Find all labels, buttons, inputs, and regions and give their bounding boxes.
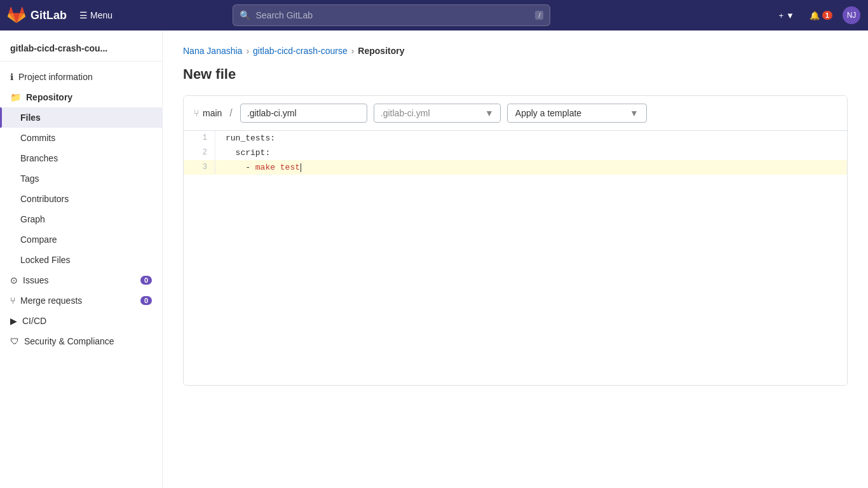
page-title: New file xyxy=(183,66,848,83)
info-icon: ℹ xyxy=(10,72,13,82)
template-select-chevron: ▼ xyxy=(485,108,494,118)
hamburger-menu[interactable]: ☰ Menu xyxy=(74,8,118,23)
merge-icon: ⑂ xyxy=(10,295,15,306)
branch-indicator: ⑂ main xyxy=(194,108,222,118)
folder-icon: 📁 xyxy=(10,92,21,102)
merge-requests-badge: 0 xyxy=(140,296,152,305)
sidebar-item-merge-requests[interactable]: ⑂ Merge requests 0 xyxy=(0,290,162,311)
shield-icon: 🛡 xyxy=(10,336,19,346)
cicd-icon: ▶ xyxy=(10,316,17,326)
breadcrumb-sep-1: › xyxy=(246,46,249,56)
bell-icon: 🔔 xyxy=(810,11,820,20)
breadcrumb-project[interactable]: gitlab-cicd-crash-course xyxy=(253,46,348,56)
hamburger-icon: ☰ xyxy=(79,10,88,20)
sidebar-item-locked-files[interactable]: Locked Files xyxy=(0,250,162,270)
sidebar-item-commits[interactable]: Commits xyxy=(0,128,162,148)
create-new-button[interactable]: + ▼ xyxy=(773,8,799,23)
gitlab-wordmark: GitLab xyxy=(31,9,67,22)
apply-template-button[interactable]: Apply a template ▼ xyxy=(507,104,647,123)
template-select[interactable]: .gitlab-ci.yml ▼ xyxy=(374,104,501,123)
sidebar-item-graph[interactable]: Graph xyxy=(0,209,162,229)
path-separator: / xyxy=(228,107,233,119)
sidebar-item-files[interactable]: Files xyxy=(0,107,162,128)
sidebar-item-cicd[interactable]: ▶ CI/CD xyxy=(0,311,162,331)
sidebar-item-compare[interactable]: Compare xyxy=(0,229,162,250)
sidebar-item-contributors[interactable]: Contributors xyxy=(0,189,162,209)
line-content-1: run_tests: xyxy=(215,131,847,146)
filename-input[interactable] xyxy=(240,104,367,123)
code-line-2: 2 script: xyxy=(184,146,847,160)
breadcrumb-sep-2: › xyxy=(351,46,355,56)
apply-template-chevron: ▼ xyxy=(630,108,639,118)
template-select-value: .gitlab-ci.yml xyxy=(381,108,430,118)
plus-icon: + xyxy=(778,11,783,20)
branch-name: main xyxy=(203,108,222,118)
search-input[interactable] xyxy=(255,10,530,20)
gitlab-logo[interactable]: GitLab xyxy=(8,6,67,24)
kbd-hint: / xyxy=(535,11,543,20)
sidebar-item-branches[interactable]: Branches xyxy=(0,148,162,168)
code-editor[interactable]: 1 run_tests: 2 script: 3 - make test xyxy=(184,131,847,385)
topnav-right-actions: + ▼ 🔔 1 NJ xyxy=(773,6,860,24)
code-line-1: 1 run_tests: xyxy=(184,131,847,146)
chevron-down-icon: ▼ xyxy=(786,11,794,20)
sidebar-item-repository[interactable]: 📁 Repository xyxy=(0,87,162,107)
text-cursor xyxy=(301,163,301,172)
breadcrumb: Nana Janashia › gitlab-cicd-crash-course… xyxy=(183,46,848,56)
global-search[interactable]: 🔍 / xyxy=(233,4,550,26)
breadcrumb-user[interactable]: Nana Janashia xyxy=(183,46,242,56)
sidebar-item-security-compliance[interactable]: 🛡 Security & Compliance xyxy=(0,331,162,351)
branch-icon: ⑂ xyxy=(194,108,199,118)
sidebar-item-tags[interactable]: Tags xyxy=(0,168,162,189)
apply-template-label: Apply a template xyxy=(515,108,581,118)
sidebar: gitlab-cicd-crash-cou... ℹ Project infor… xyxy=(0,30,163,488)
search-icon: 🔍 xyxy=(240,10,250,20)
main-content: Nana Janashia › gitlab-cicd-crash-course… xyxy=(163,30,868,488)
top-navigation: GitLab ☰ Menu 🔍 / + ▼ 🔔 1 NJ xyxy=(0,0,868,30)
page-layout: gitlab-cicd-crash-cou... ℹ Project infor… xyxy=(0,0,868,488)
line-number-2: 2 xyxy=(184,146,215,159)
avatar[interactable]: NJ xyxy=(843,6,860,24)
line-content-2: script: xyxy=(215,146,847,160)
issues-badge: 0 xyxy=(140,276,152,285)
notification-badge: 1 xyxy=(822,11,832,20)
sidebar-item-issues[interactable]: ⊙ Issues 0 xyxy=(0,270,162,290)
line-number-1: 1 xyxy=(184,131,215,145)
sidebar-item-project-information[interactable]: ℹ Project information xyxy=(0,67,162,87)
notifications-button[interactable]: 🔔 1 xyxy=(804,8,837,23)
issues-icon: ⊙ xyxy=(10,275,18,285)
line-number-3: 3 xyxy=(184,160,215,174)
sidebar-project-name[interactable]: gitlab-cicd-crash-cou... xyxy=(0,38,162,62)
file-editor-card: ⑂ main / .gitlab-ci.yml ▼ Apply a templa… xyxy=(183,95,848,386)
breadcrumb-current: Repository xyxy=(358,46,404,56)
editor-toolbar: ⑂ main / .gitlab-ci.yml ▼ Apply a templa… xyxy=(184,96,847,131)
code-line-3: 3 - make test xyxy=(184,160,847,175)
line-content-3: - make test xyxy=(215,160,847,175)
